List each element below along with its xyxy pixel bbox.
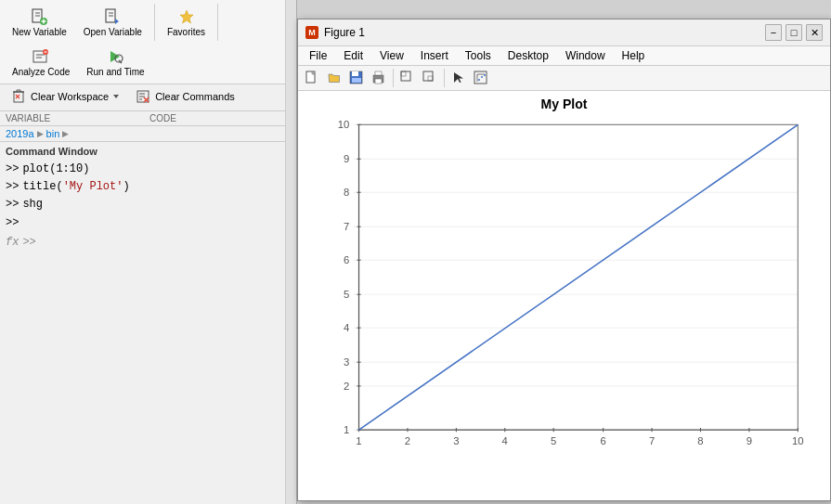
variable-section-label: VARIABLE — [6, 113, 149, 123]
svg-marker-9 — [115, 19, 119, 24]
svg-marker-45 — [454, 72, 463, 83]
fig-tool-pointer[interactable] — [448, 68, 469, 88]
run-and-time-label: Run and Time — [86, 67, 144, 77]
menu-help[interactable]: Help — [615, 47, 653, 64]
clear-workspace-button[interactable]: Clear Workspace — [6, 86, 126, 107]
matlab-scrollbar[interactable] — [285, 0, 296, 504]
svg-rect-42 — [401, 71, 406, 76]
fig-tool-print[interactable] — [369, 68, 389, 88]
fig-tool-zoom-out[interactable] — [397, 68, 418, 88]
breadcrumb-arrow1: ▶ — [37, 129, 44, 138]
cmd-line-2: >> title('My Plot') — [6, 178, 291, 196]
favorites-label: Favorites — [167, 27, 205, 37]
figure-titlebar: M Figure 1 − □ ✕ — [298, 19, 830, 46]
clear-workspace-dropdown-icon — [112, 93, 120, 100]
fig-tool-new[interactable] — [302, 68, 322, 88]
cmd-text-2: title('My Plot') — [22, 178, 129, 196]
fx-prompt: fx >> — [0, 234, 296, 251]
fx-icon: fx — [6, 236, 19, 249]
cmd-prompt-4: >> — [6, 214, 19, 232]
plot-area: My Plot 1 2 3 — [307, 97, 821, 463]
plot-svg-container: 1 2 3 4 5 6 — [307, 115, 821, 459]
analyze-code-button[interactable]: Analyze Code — [6, 45, 76, 80]
svg-text:6: 6 — [600, 435, 605, 446]
menu-edit[interactable]: Edit — [336, 47, 370, 64]
fig-toolbar-divider-2 — [444, 69, 445, 87]
breadcrumb-folder[interactable]: bin — [46, 128, 60, 139]
open-variable-label: Open Variable — [84, 27, 142, 37]
svg-rect-46 — [474, 71, 487, 84]
svg-text:7: 7 — [649, 435, 655, 446]
fig-tool-save[interactable] — [346, 68, 367, 88]
toolbar-divider-1 — [154, 4, 155, 41]
svg-text:8: 8 — [344, 187, 349, 198]
plot-svg: 1 2 3 4 5 6 — [307, 115, 821, 459]
clear-commands-icon — [136, 89, 151, 104]
breadcrumb: 2019a ▶ bin ▶ — [0, 126, 296, 142]
cmd-line-1: >> plot(1:10) — [6, 161, 291, 178]
cmd-prompt-1: >> — [6, 161, 19, 178]
menu-tools[interactable]: Tools — [458, 47, 499, 64]
figure-title: Figure 1 — [324, 26, 365, 39]
menu-window[interactable]: Window — [558, 47, 613, 64]
svg-text:4: 4 — [502, 435, 508, 446]
menu-file[interactable]: File — [302, 47, 334, 64]
matlab-panel: New Variable Open Variable Favo — [0, 0, 297, 504]
clear-commands-button[interactable]: Clear Commands — [130, 86, 241, 107]
cmd-prompt-2: >> — [6, 178, 19, 196]
menu-view[interactable]: View — [372, 47, 411, 64]
svg-text:2: 2 — [405, 435, 410, 446]
plot-title: My Plot — [307, 97, 821, 111]
analyze-code-icon — [32, 47, 50, 66]
toolbar: New Variable Open Variable Favo — [0, 0, 296, 84]
fig-tool-data[interactable] — [471, 68, 491, 88]
svg-text:10: 10 — [338, 119, 350, 130]
figure-maximize-button[interactable]: □ — [786, 24, 802, 41]
svg-text:1: 1 — [344, 424, 349, 435]
cmd-line-3: >> shg — [6, 196, 291, 213]
svg-rect-39 — [375, 71, 382, 75]
figure-minimize-button[interactable]: − — [765, 24, 782, 41]
svg-rect-37 — [352, 78, 361, 83]
svg-point-51 — [484, 74, 486, 76]
favorites-button[interactable]: Favorites — [161, 5, 212, 40]
svg-text:6: 6 — [344, 254, 349, 265]
figure-toolbar — [298, 66, 830, 91]
fx-arrow: >> — [22, 236, 35, 249]
run-and-time-button[interactable]: Run and Time — [80, 45, 150, 80]
figure-app-icon: M — [305, 26, 318, 39]
svg-text:7: 7 — [344, 221, 349, 232]
open-variable-button[interactable]: Open Variable — [77, 5, 149, 40]
clear-commands-label: Clear Commands — [155, 91, 235, 102]
figure-titlebar-left: M Figure 1 — [305, 26, 365, 39]
fig-tool-zoom-in[interactable] — [420, 68, 440, 88]
svg-text:1: 1 — [356, 435, 361, 446]
fig-toolbar-divider-1 — [393, 69, 394, 87]
svg-text:9: 9 — [344, 153, 349, 164]
menu-insert[interactable]: Insert — [413, 47, 456, 64]
cmd-prompt-3: >> — [6, 196, 19, 213]
clear-workspace-label: Clear Workspace — [31, 91, 109, 102]
analyze-code-label: Analyze Code — [12, 67, 70, 77]
new-variable-button[interactable]: New Variable — [6, 5, 73, 40]
fig-tool-open[interactable] — [324, 68, 344, 88]
figure-window: M Figure 1 − □ ✕ File Edit View Insert T… — [297, 19, 831, 501]
svg-text:3: 3 — [453, 435, 459, 446]
svg-text:4: 4 — [344, 322, 349, 333]
breadcrumb-arrow2: ▶ — [62, 129, 69, 138]
svg-text:9: 9 — [747, 435, 752, 446]
section-labels: VARIABLE CODE — [0, 111, 296, 126]
command-window-label: Command Window — [0, 142, 296, 159]
svg-rect-44 — [428, 76, 433, 81]
run-and-time-icon — [106, 47, 124, 66]
code-section-label: CODE — [149, 113, 291, 123]
figure-close-button[interactable]: ✕ — [806, 24, 823, 41]
menu-desktop[interactable]: Desktop — [500, 47, 556, 64]
svg-text:5: 5 — [344, 289, 349, 300]
svg-text:8: 8 — [697, 435, 703, 446]
svg-text:3: 3 — [344, 356, 349, 368]
figure-titlebar-controls: − □ ✕ — [765, 24, 823, 41]
breadcrumb-year[interactable]: 2019a — [6, 128, 34, 139]
toolbar-row2: Clear Workspace Clear Commands — [0, 84, 296, 111]
cmd-line-4: >> — [6, 214, 291, 232]
